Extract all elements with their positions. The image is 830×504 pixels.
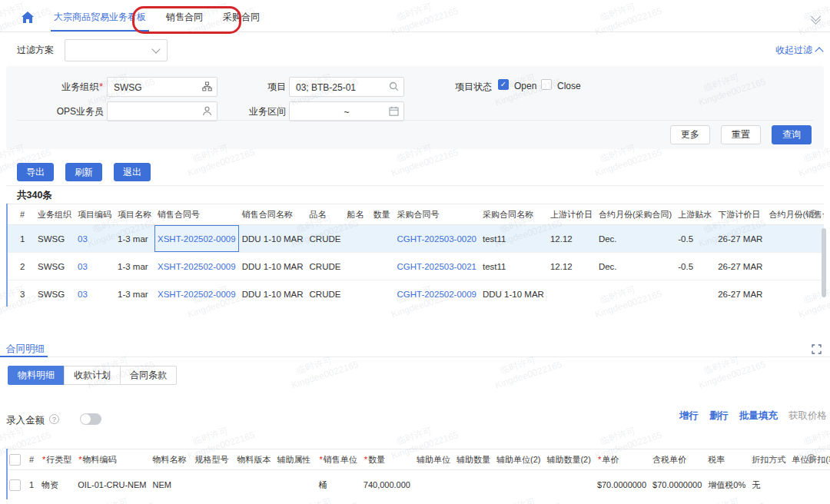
- detail-tab-underline: [0, 356, 48, 357]
- add-row-link[interactable]: 增行: [679, 410, 699, 423]
- top-tab-bar: 大宗商品贸易业务看板 销售合同 采购合同: [0, 3, 830, 32]
- cell-link[interactable]: 03: [78, 290, 88, 299]
- amount-entry-toggle[interactable]: [80, 413, 101, 425]
- column-header[interactable]: 辅助数量(2): [543, 449, 593, 470]
- subtab-payment-plan[interactable]: 收款计划: [64, 366, 121, 385]
- cell-link[interactable]: CGHT-202502-0009: [397, 290, 476, 299]
- column-header[interactable]: 业务组织: [35, 204, 75, 225]
- column-header[interactable]: 辅助属性: [274, 449, 316, 470]
- exit-button[interactable]: 退出: [114, 163, 151, 181]
- chevron-down-icon: [151, 45, 160, 53]
- filter-scheme-label: 过滤方案: [17, 44, 54, 57]
- column-header[interactable]: 税率: [705, 449, 749, 470]
- row-checkbox[interactable]: [9, 479, 21, 491]
- project-input[interactable]: 03; BTB-25-01: [289, 77, 404, 97]
- column-header[interactable]: 辅助数量: [453, 449, 493, 470]
- column-header[interactable]: 含税单价: [649, 449, 705, 470]
- status-close-checkbox[interactable]: [541, 79, 552, 90]
- refresh-button[interactable]: 刷新: [65, 163, 102, 181]
- column-header[interactable]: 项目名称: [115, 204, 154, 225]
- fullscreen-icon[interactable]: [812, 344, 822, 354]
- detail-subtabs: 物料明细 收款计划 合同条款: [8, 366, 177, 385]
- cell-link[interactable]: XSHT-202502-0009: [158, 234, 236, 244]
- column-header[interactable]: *单价: [594, 449, 649, 470]
- column-header[interactable]: 物料名称: [150, 449, 192, 470]
- column-header[interactable]: 船名: [344, 204, 370, 225]
- column-header[interactable]: 物料版本: [234, 449, 274, 470]
- ops-input[interactable]: [107, 101, 217, 121]
- column-header[interactable]: 辅助单位: [413, 449, 453, 470]
- calendar-icon[interactable]: [389, 106, 399, 116]
- magnifier-icon[interactable]: [389, 81, 399, 91]
- delete-row-link[interactable]: 删行: [709, 410, 729, 423]
- panel-divider: [17, 120, 813, 121]
- org-tree-icon[interactable]: [202, 81, 212, 91]
- column-header[interactable]: 销售合同号: [154, 204, 239, 225]
- biz-range-label: 业务区间: [229, 105, 286, 118]
- table-row[interactable]: 1物资OIL-01-CRU-NEMNEM桶740,000.000$70.0000…: [6, 470, 830, 500]
- amount-entry-label: 录入金额: [6, 414, 45, 427]
- cell-link[interactable]: 03: [78, 262, 88, 271]
- reset-button[interactable]: 重置: [721, 125, 761, 144]
- column-header[interactable]: 规格型号: [192, 449, 234, 470]
- subtab-contract-terms[interactable]: 合同条款: [120, 366, 177, 385]
- column-header[interactable]: *数量: [360, 449, 413, 470]
- record-count: 共340条: [17, 189, 52, 202]
- org-label: 业务组织*: [22, 81, 104, 94]
- table-row[interactable]: 1SWSG031-3 marXSHT-202502-0009DDU 1-10 M…: [6, 225, 824, 253]
- column-header[interactable]: 项目编码: [75, 204, 115, 225]
- batch-fill-link[interactable]: 批量填充: [739, 410, 778, 423]
- column-header[interactable]: 数量: [370, 204, 393, 225]
- annotation-red-box: [132, 6, 241, 34]
- question-circle-icon[interactable]: ?: [49, 414, 59, 424]
- table-row[interactable]: 3SWSG031-3 marXSHT-202502-0009DDU 1-10 M…: [6, 280, 824, 307]
- column-header[interactable]: #: [6, 204, 35, 225]
- cell-link[interactable]: XSHT-202502-0009: [158, 290, 236, 299]
- query-button[interactable]: 查询: [772, 125, 812, 144]
- gear-icon[interactable]: [806, 453, 816, 463]
- export-button[interactable]: 导出: [17, 163, 54, 181]
- org-input[interactable]: SWSG: [107, 77, 217, 97]
- status-close-text: Close: [557, 81, 591, 91]
- cell-link[interactable]: CGHT-202503-0020: [397, 234, 476, 244]
- chevron-up-icon: [815, 47, 823, 55]
- column-header[interactable]: *行类型: [38, 449, 75, 470]
- select-all-checkbox[interactable]: [9, 454, 21, 466]
- get-price-link[interactable]: 获取价格: [788, 410, 827, 423]
- column-header[interactable]: 采购合同号: [393, 204, 480, 225]
- subtab-material-detail[interactable]: 物料明细: [8, 366, 65, 385]
- detail-section-tab[interactable]: 合同明细: [6, 343, 45, 356]
- home-icon[interactable]: [22, 12, 34, 23]
- column-header[interactable]: 上游贴水: [675, 204, 715, 225]
- column-header[interactable]: 销售合同名称: [239, 204, 307, 225]
- column-header[interactable]: 采购合同名称: [480, 204, 547, 225]
- table-row[interactable]: 2SWSG031-3 marXSHT-202502-0009DDU 1-10 M…: [6, 253, 824, 280]
- column-header[interactable]: *销售单位: [316, 449, 360, 470]
- list-top-divider: [6, 185, 824, 186]
- column-header[interactable]: 辅助单位(2): [493, 449, 543, 470]
- cell-link[interactable]: 03: [78, 234, 88, 244]
- filter-scheme-select[interactable]: [65, 39, 168, 61]
- double-chevron-down-icon[interactable]: [812, 13, 819, 23]
- material-detail-table: #*行类型*物料编码物料名称规格型号物料版本辅助属性*销售单位*数量辅助单位辅助…: [6, 449, 830, 499]
- gear-icon[interactable]: [808, 209, 818, 219]
- column-header[interactable]: #: [26, 449, 38, 470]
- column-header[interactable]: 下游计价日: [715, 204, 765, 225]
- column-header[interactable]: *物料编码: [75, 449, 149, 470]
- status-open-checkbox[interactable]: ✓: [498, 79, 509, 90]
- column-header[interactable]: 上游计价日: [547, 204, 596, 225]
- project-status-label: 项目状态: [455, 81, 492, 94]
- biz-range-input[interactable]: ~: [289, 101, 404, 121]
- column-header[interactable]: 合约月份(采购合同): [596, 204, 675, 225]
- column-header[interactable]: 折扣方式: [749, 449, 788, 470]
- status-open-text: Open: [514, 81, 545, 91]
- ops-label: OPS业务员: [22, 105, 104, 118]
- person-icon[interactable]: [202, 106, 212, 116]
- collapse-filter-link[interactable]: 收起过滤: [775, 44, 822, 57]
- cell-link[interactable]: CGHT-202503-0021: [397, 262, 476, 271]
- column-header[interactable]: 品名: [307, 204, 344, 225]
- more-button[interactable]: 更多: [670, 125, 710, 144]
- contracts-table: #业务组织项目编码项目名称销售合同号销售合同名称品名船名数量采购合同号采购合同名…: [6, 204, 824, 307]
- cell-link[interactable]: XSHT-202502-0009: [158, 262, 236, 271]
- vertical-scrollbar[interactable]: [822, 228, 826, 297]
